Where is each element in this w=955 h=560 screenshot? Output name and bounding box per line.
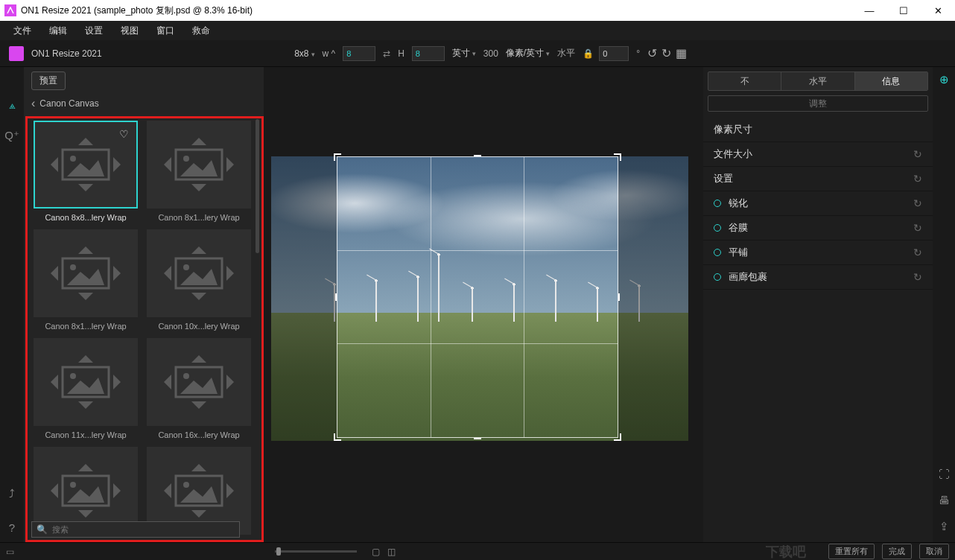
- reset-all-button[interactable]: 重置所有: [828, 544, 875, 559]
- svg-point-5: [70, 156, 76, 162]
- svg-point-26: [183, 264, 189, 270]
- reset-icon[interactable]: ↻: [913, 271, 922, 283]
- svg-point-12: [183, 156, 189, 162]
- menu-window[interactable]: 窗口: [149, 22, 182, 39]
- rotate-cw-icon[interactable]: ↻: [661, 46, 671, 60]
- crop-tool-icon[interactable]: ⟁: [3, 95, 21, 113]
- svg-marker-20: [67, 269, 104, 285]
- preset-item[interactable]: Canon 8x1...lery Wrap: [31, 229, 140, 332]
- resolution-unit-dropdown[interactable]: 像素/英寸▾: [506, 47, 550, 60]
- preset-item[interactable]: Canon 8x1...lery Wrap: [145, 121, 253, 223]
- zoom-slider[interactable]: [275, 550, 357, 553]
- preset-label: Canon 10x...lery Wrap: [158, 317, 239, 332]
- section-row[interactable]: 画廊包裹↻: [703, 265, 933, 290]
- crop-handle-bm[interactable]: [474, 436, 481, 439]
- grid-view-icon[interactable]: ▭: [6, 547, 14, 557]
- help-tool-icon[interactable]: ?: [3, 518, 21, 536]
- section-row[interactable]: 设置↻: [703, 167, 933, 191]
- menu-settings[interactable]: 设置: [77, 22, 110, 39]
- section-row[interactable]: 文件大小↻: [703, 142, 933, 167]
- favorite-icon[interactable]: ♡: [119, 128, 129, 140]
- lock-icon[interactable]: 🔒: [583, 48, 591, 59]
- preset-label: Canon 11x...lery Wrap: [45, 426, 126, 441]
- section-row[interactable]: 锐化↻: [703, 191, 933, 216]
- maximize-button[interactable]: ☐: [886, 0, 921, 21]
- search-input-row[interactable]: 🔍: [31, 521, 240, 538]
- grid-toggle-icon[interactable]: ▦: [676, 46, 687, 60]
- rotate-ccw-icon[interactable]: ↺: [647, 46, 657, 60]
- section-row[interactable]: 像素尺寸: [703, 118, 933, 142]
- crop-handle-bl[interactable]: [334, 433, 341, 441]
- height-input[interactable]: [412, 46, 445, 61]
- svg-point-19: [70, 264, 76, 270]
- left-tool-strip: ⟁ Q⁺ ⤴ ?: [0, 67, 24, 542]
- reset-icon[interactable]: ↻: [913, 222, 922, 234]
- section-label: 设置: [714, 172, 733, 185]
- right-tool-strip: ⊕ ⛶ 🖶 ⇪: [933, 67, 955, 542]
- svg-marker-24: [226, 266, 234, 281]
- level-input[interactable]: [599, 46, 629, 61]
- adjust-button[interactable]: 调整: [708, 95, 928, 112]
- section-label: 锐化: [729, 197, 748, 210]
- cancel-button[interactable]: 取消: [919, 544, 949, 559]
- svg-marker-50: [191, 510, 206, 518]
- done-button[interactable]: 完成: [882, 544, 912, 559]
- crop-handle-lm[interactable]: [335, 293, 338, 301]
- section-row[interactable]: 谷膜↻: [703, 216, 933, 241]
- breadcrumb-label: Canon Canvas: [39, 98, 98, 109]
- print-icon[interactable]: 🖶: [939, 494, 950, 506]
- preset-button[interactable]: 预置: [31, 71, 66, 90]
- svg-marker-49: [191, 464, 206, 471]
- scrollbar[interactable]: [256, 119, 259, 253]
- menu-bar: 文件 编辑 设置 视图 窗口 救命: [0, 21, 955, 40]
- tab-horizontal[interactable]: 水平: [781, 72, 854, 90]
- title-bar: ON1 Resize 2021 (sample_photo 复制.psd @ 8…: [0, 0, 955, 21]
- crop-box[interactable]: [337, 156, 618, 438]
- menu-edit[interactable]: 编辑: [42, 22, 74, 39]
- search-input[interactable]: [52, 525, 235, 534]
- breadcrumb[interactable]: ‹ Canon Canvas: [24, 94, 264, 116]
- radio-icon[interactable]: [714, 224, 721, 232]
- ratio-dropdown[interactable]: 8x8▾: [294, 48, 314, 59]
- section-row[interactable]: 平铺↻: [703, 241, 933, 265]
- back-chevron-icon[interactable]: ‹: [31, 97, 35, 110]
- minimize-button[interactable]: —: [852, 0, 886, 21]
- swap-icon[interactable]: ⇄: [383, 48, 390, 59]
- radio-icon[interactable]: [714, 200, 721, 207]
- tab-info[interactable]: 信息: [855, 72, 927, 90]
- expand-icon[interactable]: ⛶: [939, 468, 950, 480]
- menu-file[interactable]: 文件: [6, 22, 39, 39]
- width-input[interactable]: [343, 46, 375, 61]
- menu-help[interactable]: 救命: [185, 22, 218, 39]
- unit-dropdown[interactable]: 英寸▾: [452, 47, 476, 60]
- width-label: w ^: [323, 48, 336, 59]
- preset-item[interactable]: Canon 16x...lery Wrap: [145, 338, 253, 441]
- menu-view[interactable]: 视图: [113, 22, 146, 39]
- export-icon[interactable]: ⇪: [939, 520, 949, 533]
- preset-item[interactable]: ♡Canon 8x8...lery Wrap: [31, 121, 140, 223]
- radio-icon[interactable]: [714, 249, 721, 256]
- reset-icon[interactable]: ↻: [913, 197, 922, 209]
- crop-handle-br[interactable]: [614, 433, 621, 441]
- crop-handle-tm[interactable]: [474, 155, 481, 158]
- reset-icon[interactable]: ↻: [913, 246, 922, 258]
- tab-none[interactable]: 不: [708, 72, 781, 90]
- canvas-area[interactable]: [264, 67, 703, 542]
- crop-handle-rm[interactable]: [617, 293, 620, 301]
- svg-marker-6: [67, 160, 104, 176]
- crop-handle-tl[interactable]: [334, 153, 341, 161]
- zoom-fit-icon[interactable]: ⊕: [939, 73, 949, 86]
- close-button[interactable]: ✕: [921, 0, 955, 21]
- compare-split-icon[interactable]: ◫: [387, 547, 396, 557]
- zoom-tool-icon[interactable]: Q⁺: [3, 127, 21, 144]
- share-tool-icon[interactable]: ⤴: [3, 484, 21, 502]
- reset-icon[interactable]: ↻: [913, 148, 922, 160]
- reset-icon[interactable]: ↻: [913, 173, 922, 185]
- radio-icon[interactable]: [714, 273, 721, 281]
- svg-marker-17: [113, 266, 121, 281]
- svg-marker-27: [180, 269, 218, 285]
- preset-item[interactable]: Canon 10x...lery Wrap: [145, 229, 253, 332]
- preset-item[interactable]: Canon 11x...lery Wrap: [31, 338, 140, 441]
- compare-icon[interactable]: ▢: [372, 547, 380, 557]
- crop-handle-tr[interactable]: [614, 153, 621, 161]
